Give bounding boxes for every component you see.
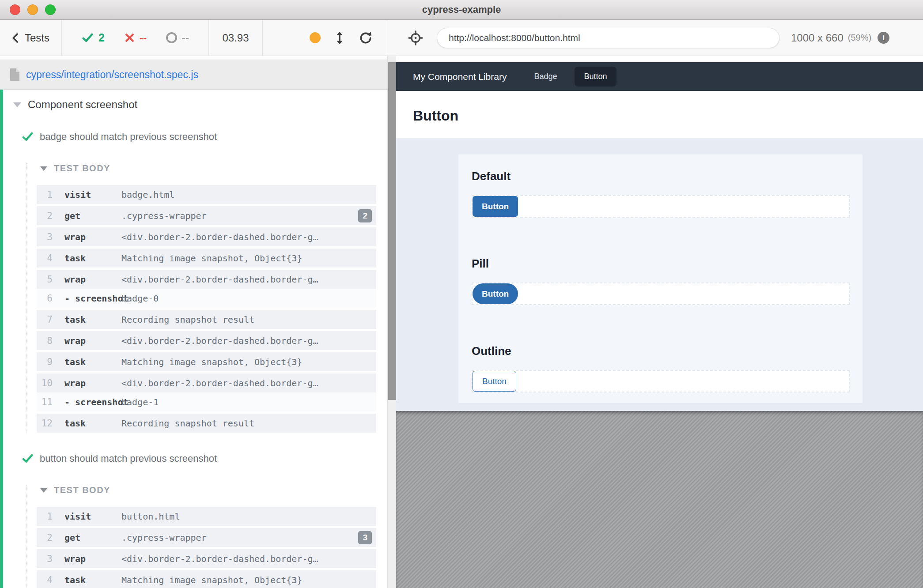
command-number: 1 — [37, 511, 53, 522]
command-row[interactable]: 11 - screenshot badge-1 — [37, 392, 376, 411]
passed-stat: 2 — [81, 31, 105, 44]
pending-stat: -- — [166, 31, 189, 44]
nav-link-button[interactable]: Button — [575, 67, 616, 87]
command-method: task — [64, 253, 121, 264]
command-row[interactable]: 7 task Recording snapshot result — [37, 310, 376, 329]
window-title: cypress-example — [422, 4, 501, 15]
command-row[interactable]: 2 get .cypress-wrapper 2 — [37, 206, 376, 225]
reporter-panel: cypress/integration/screenshot.spec.js C… — [0, 56, 387, 588]
command-number: 3 — [37, 554, 53, 564]
command-number: 7 — [37, 314, 53, 325]
back-to-tests-button[interactable]: Tests — [0, 20, 62, 56]
command-method: visit — [64, 189, 121, 200]
command-message: <div.border-2.border-dashed.border-g… — [121, 274, 376, 285]
info-icon[interactable]: i — [878, 32, 889, 44]
test-stats: 2 -- -- — [62, 20, 209, 56]
command-row[interactable]: 3 wrap <div.border-2.border-dashed.borde… — [37, 227, 376, 246]
section-heading: Default — [472, 170, 849, 183]
command-row[interactable]: 5 wrap <div.border-2.border-dashed.borde… — [37, 270, 376, 289]
command-number: 1 — [37, 189, 53, 200]
spec-file-link[interactable]: cypress/integration/screenshot.spec.js — [26, 69, 198, 81]
aut-hero: Button — [396, 91, 923, 138]
aut-page-title: Button — [413, 109, 923, 123]
command-message: Matching image snapshot, Object{3} — [121, 253, 376, 264]
url-toolbar: http://localhost:8000/button.html 1000 x… — [387, 20, 923, 56]
caret-down-icon — [40, 166, 47, 171]
command-row[interactable]: 4 task Matching image snapshot, Object{3… — [37, 570, 376, 588]
command-method: task — [64, 357, 121, 367]
component-section: Outline Button — [472, 344, 849, 392]
auto-scroll-icon[interactable] — [335, 31, 344, 45]
command-list: 1 visit button.html 2 get .cypress-wrapp… — [37, 507, 376, 588]
command-method: wrap — [64, 274, 121, 285]
test-body-label: TEST BODY — [54, 163, 110, 173]
command-number: 4 — [37, 575, 53, 585]
demo-button-outline[interactable]: Button — [473, 371, 516, 392]
command-method: task — [64, 314, 121, 325]
viewport-size: 1000 x 660 — [791, 32, 844, 44]
element-count-badge: 2 — [358, 209, 372, 222]
scrollbar-thumb[interactable] — [388, 62, 396, 400]
test-body-section: TEST BODY 1 visit badge.html 2 get .cypr… — [26, 163, 387, 433]
suite-toggle[interactable]: Component screenshot — [13, 98, 387, 111]
crosshair-icon[interactable] — [408, 30, 424, 46]
command-method: - screenshot — [64, 397, 121, 407]
cypress-wrapper: Button — [472, 195, 850, 218]
command-number: 9 — [37, 357, 53, 367]
command-number: 10 — [37, 378, 53, 388]
command-row[interactable]: 1 visit button.html — [37, 507, 376, 526]
circle-icon — [166, 32, 177, 43]
command-method: get — [64, 211, 121, 221]
test-body-toggle[interactable]: TEST BODY — [40, 485, 387, 495]
url-display[interactable]: http://localhost:8000/button.html — [437, 28, 779, 48]
test-title-row[interactable]: badge should match previous screenshot — [21, 130, 387, 143]
command-row[interactable]: 2 get .cypress-wrapper 3 — [37, 528, 376, 547]
command-row[interactable]: 4 task Matching image snapshot, Object{3… — [37, 249, 376, 268]
command-message: Matching image snapshot, Object{3} — [121, 357, 376, 367]
demo-button-default[interactable]: Button — [473, 196, 518, 217]
command-row[interactable]: 1 visit badge.html — [37, 185, 376, 204]
command-row[interactable]: 12 task Recording snapshot result — [37, 414, 376, 433]
test-title-row[interactable]: button should match previous screenshot — [21, 452, 387, 465]
caret-down-icon — [40, 488, 47, 493]
check-icon — [21, 452, 34, 465]
section-heading: Pill — [472, 257, 849, 270]
command-message: <div.border-2.border-dashed.border-g… — [121, 232, 376, 242]
nav-link-badge[interactable]: Badge — [534, 67, 557, 87]
command-row[interactable]: 8 wrap <div.border-2.border-dashed.borde… — [37, 331, 376, 350]
viewport-scale: (59%) — [848, 33, 871, 43]
navbar-links: BadgeButton — [534, 67, 616, 87]
command-number: 5 — [37, 274, 53, 285]
command-message: Recording snapshot result — [121, 314, 376, 325]
check-icon — [21, 130, 34, 143]
command-list: 1 visit badge.html 2 get .cypress-wrappe… — [37, 185, 376, 433]
command-message: Recording snapshot result — [121, 418, 376, 429]
aut-content: Default Button Pill Button Outline Butto… — [396, 138, 923, 411]
demo-button-pill[interactable]: Button — [473, 283, 518, 304]
command-row[interactable]: 3 wrap <div.border-2.border-dashed.borde… — [37, 549, 376, 568]
command-log: Component screenshot badge should match … — [0, 90, 387, 588]
aut-brand[interactable]: My Component Library — [413, 72, 507, 82]
command-number: 8 — [37, 335, 53, 346]
minimize-button[interactable] — [27, 4, 38, 15]
test-body-toggle[interactable]: TEST BODY — [40, 163, 387, 173]
command-number: 6 — [37, 293, 53, 304]
tests-container: badge should match previous screenshot T… — [0, 130, 387, 588]
command-row[interactable]: 10 wrap <div.border-2.border-dashed.bord… — [37, 373, 376, 392]
cypress-wrapper: Button — [472, 283, 850, 305]
command-row[interactable]: 6 - screenshot badge-0 — [37, 289, 376, 308]
check-icon — [81, 31, 94, 44]
empty-background — [396, 411, 923, 588]
command-number: 3 — [37, 232, 53, 242]
command-message: badge.html — [121, 189, 376, 200]
pending-count: -- — [182, 31, 189, 44]
command-row[interactable]: 9 task Matching image snapshot, Object{3… — [37, 352, 376, 371]
orange-dot-icon — [310, 32, 321, 43]
refresh-icon[interactable] — [359, 31, 373, 45]
passed-count: 2 — [98, 31, 105, 44]
command-message: button.html — [121, 511, 376, 522]
close-button[interactable] — [10, 4, 20, 15]
command-number: 11 — [37, 397, 53, 407]
zoom-button[interactable] — [45, 4, 56, 15]
file-icon — [10, 68, 20, 81]
